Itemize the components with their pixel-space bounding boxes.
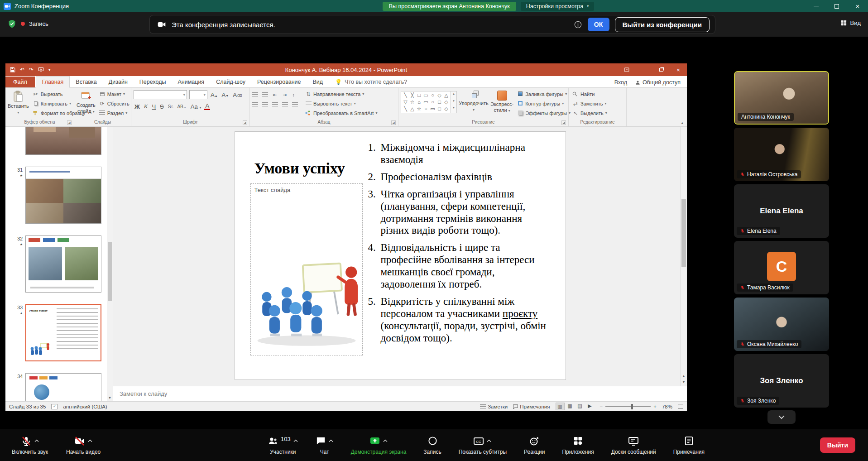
arrange-button[interactable]: Упорядочить ▾ (459, 89, 488, 112)
record-button[interactable]: Запись (423, 436, 441, 455)
tab-transitions[interactable]: Переходы (134, 77, 172, 87)
zoom-slider[interactable] (605, 406, 651, 407)
dialog-launcher-icon[interactable]: ◢ (561, 120, 566, 125)
slideshow-icon[interactable] (38, 67, 44, 72)
align-center-icon[interactable] (262, 102, 268, 107)
chevron-up-icon[interactable] (328, 438, 334, 444)
start-video-button[interactable]: Начать видео (66, 436, 101, 455)
participant-tile-tamara[interactable]: C Тамара Василюк (734, 241, 829, 294)
tell-me-search[interactable]: 💡 Что вы хотите сделать? (329, 77, 413, 87)
reactions-button[interactable]: Реакции (524, 436, 545, 455)
shapes-gallery[interactable]: ╲╳□▭○◇△ ▽☆⌂▭○□◇ ╲△☆○▭□◇ (401, 91, 451, 113)
share-document-button[interactable]: Общий доступ (635, 79, 681, 86)
participant-tile-elena[interactable]: Elena Elena Elena Elena (734, 184, 829, 238)
slide-sorter-icon[interactable]: ▦ (566, 403, 575, 410)
language-indicator[interactable]: английский (США) (63, 404, 107, 409)
tab-review[interactable]: Рецензирование (251, 77, 307, 87)
text-direction-button[interactable]: ⇅Направление текста ▾ (304, 89, 379, 99)
chevron-up-icon[interactable] (34, 438, 39, 444)
dialog-launcher-icon[interactable]: ◢ (391, 120, 396, 125)
notes-pane[interactable]: Заметки к слайду (113, 386, 687, 401)
captions-button[interactable]: CC Показать субтитры (459, 436, 507, 455)
zoom-out-icon[interactable]: − (600, 404, 603, 409)
shape-outline-button[interactable]: Контур фигуры ▾ (516, 99, 572, 108)
tab-design[interactable]: Дизайн (103, 77, 134, 87)
scroll-down-icon[interactable]: ▼ (107, 395, 113, 401)
layout-button[interactable]: Макет ▾ (98, 89, 131, 99)
decrease-indent-icon[interactable]: ⇤ (272, 92, 278, 97)
comments-toggle[interactable]: Примечания (513, 404, 550, 409)
presentation-clipart[interactable] (252, 258, 361, 347)
next-slide-icon[interactable]: ▼ (681, 379, 687, 385)
reset-button[interactable]: ⟳Сбросить (98, 99, 131, 108)
underline-button[interactable]: Ч (151, 103, 157, 110)
columns-icon[interactable] (292, 102, 298, 107)
clear-formatting-icon[interactable]: А⌫ (232, 91, 243, 98)
slide-thumbnails-pane[interactable]: 31★ 32★ 33★ Умови успіху (5, 127, 113, 401)
apps-button[interactable]: Приложения (562, 436, 594, 455)
content-placeholder[interactable]: Текст слайда (250, 183, 363, 355)
ribbon-display-options-icon[interactable] (618, 63, 635, 76)
line-spacing-icon[interactable]: ↕ (292, 92, 296, 97)
tab-home[interactable]: Главная (36, 76, 70, 88)
justify-icon[interactable] (282, 102, 288, 107)
dialog-launcher-icon[interactable]: ◢ (243, 120, 247, 125)
chevron-up-icon[interactable] (486, 438, 492, 444)
tab-insert[interactable]: Вставка (70, 77, 102, 87)
notes-toggle[interactable]: Заметки (480, 404, 508, 409)
zoom-level[interactable]: 78% (662, 404, 672, 409)
ppt-close-button[interactable]: × (670, 63, 687, 76)
bullets-icon[interactable] (252, 92, 258, 97)
chevron-up-icon[interactable] (383, 438, 388, 444)
ok-button[interactable]: ОК (588, 18, 609, 31)
slideshow-view-icon[interactable]: ▶ (585, 403, 595, 410)
find-button[interactable]: Найти (571, 89, 609, 99)
whiteboards-button[interactable]: Доски сообщений (611, 436, 656, 455)
slide-thumbnail-31[interactable] (25, 167, 101, 224)
italic-button[interactable]: К (143, 103, 149, 110)
reading-view-icon[interactable]: ▤ (575, 403, 585, 410)
view-button[interactable]: Вид (840, 19, 861, 26)
font-size-combo[interactable]: ▾ (189, 90, 207, 99)
notes-button[interactable]: Примечания (673, 436, 705, 455)
slide-scrollbar[interactable]: ▲ ▼ (680, 127, 687, 386)
shapes-gallery-scroll[interactable]: ▴▾▾ (451, 91, 457, 113)
quick-styles-button[interactable]: Экспресс-стили ▾ (490, 89, 513, 113)
minimize-button[interactable] (806, 0, 826, 12)
thumbnail-row[interactable]: 31★ (12, 167, 104, 224)
grow-font-icon[interactable]: А▲ (210, 91, 219, 98)
thumbnail-row[interactable]: 33★ Умови успіху (12, 304, 104, 361)
close-button[interactable]: × (847, 0, 868, 12)
zoom-in-icon[interactable]: + (653, 404, 657, 409)
slide-numbered-list[interactable]: 1.Міжвідомча і міждисциплінарна взаємоді… (368, 142, 549, 350)
tab-animations[interactable]: Анимация (172, 77, 210, 87)
shape-effects-button[interactable]: Эффекты фигуры ▾ (516, 108, 572, 118)
ppt-restore-button[interactable] (652, 63, 670, 76)
text-shadow-button[interactable]: Ss (167, 104, 174, 109)
slide-thumbnail-34[interactable] (25, 373, 101, 401)
leave-meeting-button[interactable]: Выйти (820, 437, 855, 453)
view-settings-button[interactable]: Настройки просмотра ▾ (521, 2, 595, 11)
scrollbar-thumb[interactable] (108, 242, 112, 301)
thumbnail-row[interactable]: 34 (12, 373, 104, 401)
font-name-combo[interactable]: ▾ (134, 90, 187, 99)
participants-button[interactable]: 103 Участники (268, 436, 298, 455)
redo-icon[interactable]: ↷ (29, 67, 34, 73)
numbering-icon[interactable] (262, 92, 268, 97)
unmute-button[interactable]: Включить звук (12, 436, 48, 455)
ppt-minimize-button[interactable] (635, 63, 652, 76)
participant-tile-natalia[interactable]: Наталія Островська (734, 128, 829, 181)
increase-indent-icon[interactable]: ⇥ (282, 92, 287, 97)
tab-file[interactable]: Файл (5, 77, 35, 87)
chevron-up-icon[interactable] (293, 438, 298, 444)
slide-thumbnail-30[interactable] (25, 127, 101, 155)
thumbnails-scrollbar[interactable]: ▼ (107, 127, 113, 401)
shape-fill-button[interactable]: Заливка фигуры ▾ (516, 89, 572, 99)
normal-view-icon[interactable]: ▥ (556, 403, 565, 410)
change-case-button[interactable]: Аа ▾ (190, 103, 202, 110)
collapse-ribbon-icon[interactable]: ▴ (681, 120, 683, 125)
slide-canvas-area[interactable]: Умови успіху Текст слайда (113, 127, 687, 386)
align-text-button[interactable]: Выровнять текст ▾ (304, 99, 379, 108)
convert-smartart-button[interactable]: Преобразовать в SmartArt ▾ (304, 108, 379, 118)
sign-in-button[interactable]: Вход (614, 79, 627, 86)
